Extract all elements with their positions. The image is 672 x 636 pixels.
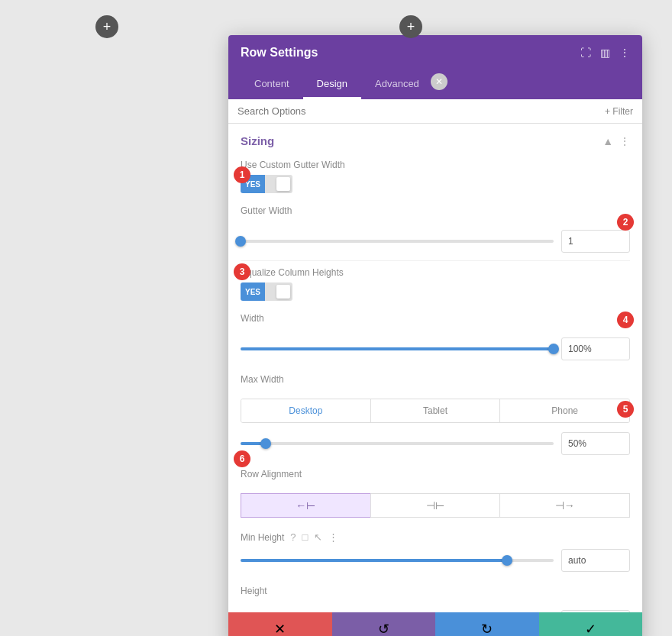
equalize-columns-setting: Equalize Column Heights YES bbox=[228, 261, 642, 307]
filter-button[interactable]: + Filter bbox=[605, 106, 633, 117]
modal: Row Settings ⛶ ▥ ⋮ Content Design Advanc… bbox=[228, 35, 642, 636]
max-width-track[interactable] bbox=[241, 442, 554, 445]
width-fill bbox=[241, 347, 554, 350]
modal-title: Row Settings bbox=[241, 46, 318, 60]
modal-header: Row Settings ⛶ ▥ ⋮ bbox=[228, 35, 642, 70]
columns-icon[interactable]: ▥ bbox=[600, 47, 610, 59]
add-button-center[interactable]: + bbox=[399, 15, 422, 38]
tab-advanced[interactable]: Advanced bbox=[361, 70, 433, 99]
row-alignment-label: Row Alignment bbox=[241, 469, 630, 479]
width-label: Width bbox=[241, 313, 630, 324]
width-value[interactable]: 100% bbox=[561, 337, 630, 360]
modal-header-icons: ⛶ ▥ ⋮ bbox=[580, 47, 630, 59]
custom-gutter-setting: Use Custom Gutter Width YES bbox=[228, 153, 642, 199]
badge-1: 1 bbox=[234, 166, 250, 183]
width-slider-row: 100% bbox=[228, 334, 642, 368]
gutter-width-setting: Gutter Width bbox=[228, 199, 642, 227]
row-alignment-setting: Row Alignment bbox=[228, 463, 642, 490]
modal-footer: ✕ ↺ ↻ ✓ bbox=[228, 612, 642, 636]
min-height-track[interactable] bbox=[241, 559, 554, 562]
sizing-section-header: Sizing ▲ ⋮ bbox=[228, 124, 642, 153]
expand-icon[interactable]: ⛶ bbox=[580, 47, 591, 59]
width-thumb[interactable] bbox=[548, 344, 559, 354]
align-center-btn[interactable]: ⊣⊢ bbox=[370, 493, 500, 518]
custom-gutter-label: Use Custom Gutter Width bbox=[241, 160, 630, 170]
search-bar: + Filter bbox=[228, 99, 642, 124]
min-height-device-icon[interactable]: □ bbox=[302, 531, 309, 543]
badge-2: 2 bbox=[617, 214, 634, 231]
max-width-thumb[interactable] bbox=[260, 438, 271, 449]
device-tab-tablet[interactable]: Tablet bbox=[371, 399, 501, 422]
device-tab-phone[interactable]: Phone bbox=[500, 399, 629, 422]
cancel-button[interactable]: ✕ bbox=[228, 612, 332, 636]
device-tab-desktop[interactable]: Desktop bbox=[241, 399, 371, 422]
menu-dots-icon[interactable]: ⋮ bbox=[619, 47, 630, 59]
max-width-slider-row: 50% bbox=[228, 429, 642, 463]
height-label: Height bbox=[241, 586, 630, 596]
gutter-width-label: Gutter Width bbox=[241, 205, 630, 216]
min-height-more-icon[interactable]: ⋮ bbox=[328, 531, 338, 543]
toggle-slider[interactable] bbox=[265, 175, 292, 193]
min-height-slider-row: auto bbox=[228, 546, 642, 580]
min-height-cursor-icon[interactable]: ↖ bbox=[314, 531, 322, 543]
gutter-width-track[interactable] bbox=[241, 240, 554, 243]
badge-5: 5 bbox=[617, 401, 634, 418]
device-tabs: Desktop Tablet Phone bbox=[241, 399, 630, 423]
search-input[interactable] bbox=[237, 105, 605, 117]
gutter-width-value[interactable]: 1 bbox=[561, 230, 630, 253]
alignment-buttons: ←⊢ ⊣⊢ ⊣→ bbox=[241, 493, 630, 518]
min-height-value[interactable]: auto bbox=[561, 549, 630, 572]
align-right-btn[interactable]: ⊣→ bbox=[499, 493, 630, 518]
min-height-label-row: Min Height ? □ ↖ ⋮ bbox=[228, 525, 642, 546]
gutter-width-thumb[interactable] bbox=[235, 236, 246, 247]
section-controls: ▲ ⋮ bbox=[603, 135, 630, 147]
collapse-icon[interactable]: ▲ bbox=[603, 135, 613, 147]
min-height-help-icon[interactable]: ? bbox=[290, 531, 296, 543]
redo-button[interactable]: ↻ bbox=[435, 612, 539, 636]
min-height-label: Min Height bbox=[241, 532, 284, 543]
badge-4: 4 bbox=[617, 312, 634, 328]
width-track[interactable] bbox=[241, 347, 554, 350]
min-height-fill bbox=[241, 559, 507, 562]
badge-6: 6 bbox=[234, 450, 250, 467]
height-slider-row: auto bbox=[228, 607, 642, 612]
section-menu-icon[interactable]: ⋮ bbox=[619, 135, 630, 147]
badge-3: 3 bbox=[234, 263, 250, 280]
equalize-columns-label: Equalize Column Heights bbox=[241, 267, 630, 278]
modal-content: Sizing ▲ ⋮ Use Custom Gutter Width YES G… bbox=[228, 124, 642, 612]
gutter-width-slider-row: 1 bbox=[228, 227, 642, 260]
section-title: Sizing bbox=[241, 134, 274, 147]
max-width-label: Max Width bbox=[241, 374, 630, 385]
min-height-thumb[interactable] bbox=[502, 555, 512, 566]
tab-content[interactable]: Content bbox=[241, 70, 303, 99]
equalize-toggle-yes: YES bbox=[241, 282, 265, 301]
align-left-btn[interactable]: ←⊢ bbox=[241, 493, 370, 518]
modal-close-outer[interactable]: ✕ bbox=[431, 73, 447, 90]
max-width-setting: Max Width bbox=[228, 368, 642, 395]
undo-button[interactable]: ↺ bbox=[332, 612, 436, 636]
width-setting: Width bbox=[228, 307, 642, 334]
max-width-value[interactable]: 50% bbox=[561, 432, 630, 455]
add-button-left[interactable]: + bbox=[95, 15, 118, 38]
equalize-toggle-slider[interactable] bbox=[265, 282, 292, 301]
tab-design[interactable]: Design bbox=[303, 70, 361, 99]
confirm-button[interactable]: ✓ bbox=[539, 612, 643, 636]
height-setting: Height bbox=[228, 580, 642, 607]
equalize-columns-toggle[interactable]: YES bbox=[241, 282, 292, 301]
